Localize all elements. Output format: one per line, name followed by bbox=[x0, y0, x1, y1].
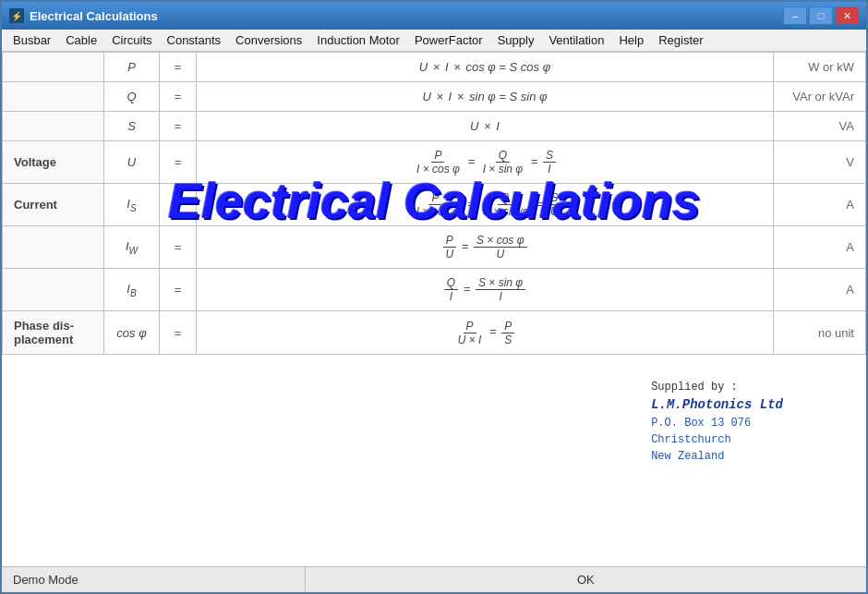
menu-circuits[interactable]: Circuits bbox=[104, 31, 159, 49]
supplied-by-label: Supplied by : bbox=[651, 379, 783, 395]
row-label-phase: Phase dis-placement bbox=[3, 311, 104, 355]
symbol-Q: Q bbox=[104, 82, 160, 112]
row-label-3 bbox=[3, 112, 104, 141]
main-window: ⚡ Electrical Calculations – □ ✕ Busbar C… bbox=[0, 0, 868, 594]
unit-3: VA bbox=[774, 112, 866, 141]
window-title: Electrical Calculations bbox=[30, 9, 158, 23]
eq-3: = bbox=[160, 112, 197, 141]
eq-2: = bbox=[160, 82, 197, 112]
menu-conversions[interactable]: Conversions bbox=[228, 31, 309, 49]
table-row: S = U × I VA bbox=[3, 112, 866, 141]
unit-4: V bbox=[774, 141, 866, 184]
menubar: Busbar Cable Circuits Constants Conversi… bbox=[2, 30, 866, 52]
eq-6: = bbox=[160, 226, 197, 269]
menu-busbar[interactable]: Busbar bbox=[6, 31, 58, 49]
symbol-S: S bbox=[104, 112, 160, 141]
unit-8: no unit bbox=[774, 311, 866, 355]
po-box: P.O. Box 13 076 bbox=[651, 415, 783, 431]
statusbar: Demo Mode OK bbox=[2, 566, 866, 592]
symbol-IW: IW bbox=[104, 226, 160, 269]
eq-5: = bbox=[160, 184, 197, 226]
table-row: Current IS = P U × cos φ = Q U × sin φ bbox=[3, 184, 866, 226]
formula-5: P U × cos φ = Q U × sin φ = S U bbox=[197, 184, 774, 226]
formula-8: P U × I = P S bbox=[197, 311, 774, 355]
company-name: L.M.Photonics Ltd bbox=[651, 395, 783, 415]
symbol-U: U bbox=[104, 141, 160, 184]
unit-1: W or kW bbox=[774, 53, 866, 82]
app-icon: ⚡ bbox=[9, 8, 24, 23]
row-label-ib bbox=[3, 269, 104, 311]
table-row: Voltage U = P I × cos φ = Q I × sin φ bbox=[3, 141, 866, 184]
menu-help[interactable]: Help bbox=[611, 31, 651, 49]
unit-7: A bbox=[774, 269, 866, 311]
demo-mode-label: Demo Mode bbox=[2, 567, 306, 592]
close-button[interactable]: ✕ bbox=[835, 6, 859, 25]
content-area: Electrical Calculations Supplied by : L.… bbox=[2, 52, 866, 566]
menu-induction-motor[interactable]: Induction Motor bbox=[309, 31, 407, 49]
menu-ventilation[interactable]: Ventilation bbox=[541, 31, 611, 49]
minimize-button[interactable]: – bbox=[783, 6, 807, 25]
supplier-info: Supplied by : L.M.Photonics Ltd P.O. Box… bbox=[651, 379, 783, 465]
title-controls: – □ ✕ bbox=[783, 6, 859, 25]
country: New Zealand bbox=[651, 448, 783, 465]
eq-1: = bbox=[160, 53, 197, 82]
formula-7: Q I = S × sin φ I bbox=[197, 269, 774, 311]
title-bar: ⚡ Electrical Calculations – □ ✕ bbox=[2, 2, 866, 30]
table-row: IB = Q I = S × sin φ I A bbox=[3, 269, 866, 311]
table-row: IW = P U = S × cos φ U A bbox=[3, 226, 866, 269]
table-row: Phase dis-placement cos φ = P U × I = P … bbox=[3, 311, 866, 355]
formula-2: U × I × sin φ = S sin φ bbox=[197, 82, 774, 112]
formula-table: P = U × I × cos φ = S cos φ W or kW Q = … bbox=[2, 52, 866, 355]
table-row: P = U × I × cos φ = S cos φ W or kW bbox=[3, 53, 866, 82]
formula-4: P I × cos φ = Q I × sin φ = S I bbox=[197, 141, 774, 184]
eq-7: = bbox=[160, 269, 197, 311]
table-row: Q = U × I × sin φ = S sin φ VAr or kVAr bbox=[3, 82, 866, 112]
menu-powerfactor[interactable]: PowerFactor bbox=[407, 31, 490, 49]
maximize-button[interactable]: □ bbox=[809, 6, 833, 25]
row-label-1 bbox=[3, 53, 104, 82]
symbol-IB: IB bbox=[104, 269, 160, 311]
menu-constants[interactable]: Constants bbox=[160, 31, 229, 49]
row-label-current: Current bbox=[3, 184, 104, 226]
title-bar-left: ⚡ Electrical Calculations bbox=[9, 8, 158, 23]
menu-cable[interactable]: Cable bbox=[58, 31, 104, 49]
unit-5: A bbox=[774, 184, 866, 226]
menu-supply[interactable]: Supply bbox=[490, 31, 542, 49]
unit-2: VAr or kVAr bbox=[774, 82, 866, 112]
row-label-voltage: Voltage bbox=[3, 141, 104, 184]
formula-6: P U = S × cos φ U bbox=[197, 226, 774, 269]
symbol-cosphi: cos φ bbox=[104, 311, 160, 355]
city: Christchurch bbox=[651, 431, 783, 448]
symbol-P: P bbox=[104, 53, 160, 82]
row-label-iw bbox=[3, 226, 104, 269]
row-label-2 bbox=[3, 82, 104, 112]
unit-6: A bbox=[774, 226, 866, 269]
eq-4: = bbox=[160, 141, 197, 184]
ok-button[interactable]: OK bbox=[306, 573, 866, 587]
menu-register[interactable]: Register bbox=[651, 31, 710, 49]
symbol-IS: IS bbox=[104, 184, 160, 226]
formula-1: U × I × cos φ = S cos φ bbox=[197, 53, 774, 82]
formula-3: U × I bbox=[197, 112, 774, 141]
eq-8: = bbox=[160, 311, 197, 355]
